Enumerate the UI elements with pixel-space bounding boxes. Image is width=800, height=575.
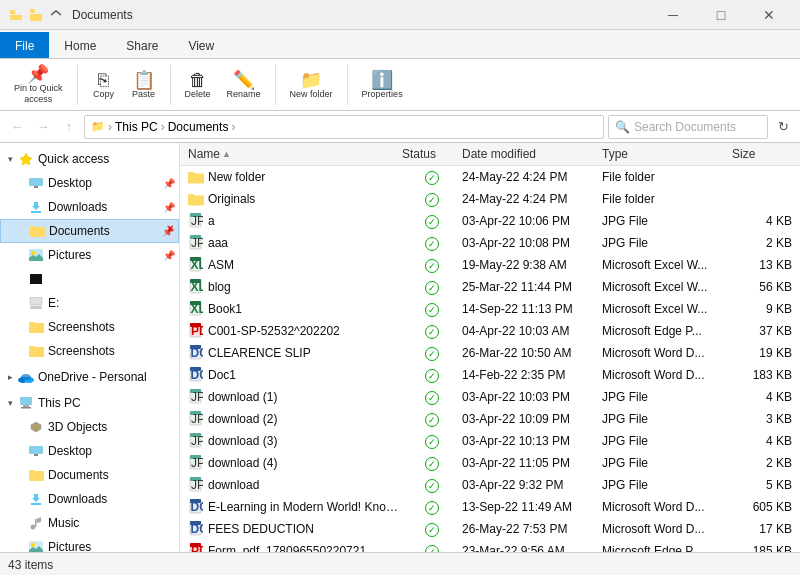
file-modified: 03-Apr-22 10:09 PM	[462, 412, 602, 426]
address-path[interactable]: 📁 › This PC › Documents ›	[84, 115, 604, 139]
col-header-size[interactable]: Size	[732, 147, 792, 161]
sidebar-item-downloads2[interactable]: Downloads	[0, 487, 179, 511]
table-row[interactable]: New folder ✓ 24-May-22 4:24 PM File fold…	[180, 166, 800, 188]
table-row[interactable]: DOC Doc1 ✓ 14-Feb-22 2:35 PM Microsoft W…	[180, 364, 800, 386]
ribbon-tabs: File Home Share View	[0, 30, 800, 58]
paste-btn[interactable]: 📋 Paste	[126, 63, 162, 107]
sidebar-item-screenshots1[interactable]: Screenshots	[0, 315, 179, 339]
pin-btn[interactable]: 📌 Pin to Quickaccess	[8, 63, 69, 107]
table-row[interactable]: XLS Book1 ✓ 14-Sep-22 11:13 PM Microsoft…	[180, 298, 800, 320]
file-name: download (4)	[208, 456, 277, 470]
file-icon: XLS	[188, 301, 204, 317]
file-modified: 24-May-22 4:24 PM	[462, 170, 602, 184]
table-row[interactable]: DOC E-Learning in Modern World! Know All…	[180, 496, 800, 518]
file-name: Form_pdf_178096550220721	[208, 544, 366, 552]
col-header-type[interactable]: Type	[602, 147, 732, 161]
svg-text:PDF: PDF	[191, 324, 203, 338]
file-type: Microsoft Word D...	[602, 522, 732, 536]
status-check: ✓	[425, 501, 439, 515]
table-row[interactable]: JPG download (3) ✓ 03-Apr-22 10:13 PM JP…	[180, 430, 800, 452]
file-icon: JPG	[188, 433, 204, 449]
col-header-modified[interactable]: Date modified	[462, 147, 602, 161]
sidebar-item-this-pc[interactable]: ▾ This PC	[0, 391, 179, 415]
newfolder-btn[interactable]: 📁 New folder	[284, 63, 339, 107]
col-header-name[interactable]: Name ▲	[188, 147, 402, 161]
sidebar-item-desktop[interactable]: Desktop 📌	[0, 171, 179, 195]
svg-text:DOC: DOC	[191, 522, 204, 536]
sidebar-item-onedrive[interactable]: ▸ OneDrive - Personal	[0, 365, 179, 389]
svg-rect-22	[35, 519, 37, 527]
table-row[interactable]: PDF C001-SP-52532^202202 ✓ 04-Apr-22 10:…	[180, 320, 800, 342]
status-check: ✓	[425, 479, 439, 493]
file-status: ✓	[402, 368, 462, 383]
sidebar-item-music[interactable]: Music	[0, 511, 179, 535]
ribbon-commands: 📌 Pin to Quickaccess ⎘ Copy 📋 Paste 🗑 De…	[0, 59, 800, 111]
tab-home[interactable]: Home	[49, 32, 111, 58]
file-type: Microsoft Edge P...	[602, 544, 732, 552]
table-row[interactable]: XLS blog ✓ 25-Mar-22 11:44 PM Microsoft …	[180, 276, 800, 298]
svg-rect-2	[30, 9, 35, 13]
table-row[interactable]: PDF Form_pdf_178096550220721 ✓ 23-Mar-22…	[180, 540, 800, 552]
sidebar-item-black1[interactable]	[0, 267, 179, 291]
table-row[interactable]: Originals ✓ 24-May-22 4:24 PM File folde…	[180, 188, 800, 210]
file-status: ✓	[402, 280, 462, 295]
divider-4	[347, 65, 348, 105]
table-row[interactable]: DOC CLEARENCE SLIP ✓ 26-Mar-22 10:50 AM …	[180, 342, 800, 364]
sidebar-item-downloads[interactable]: Downloads 📌	[0, 195, 179, 219]
main-layout: ▾ Quick access Desktop 📌 Downloads 📌 Doc	[0, 143, 800, 552]
file-name: Doc1	[208, 368, 236, 382]
file-size: 9 KB	[732, 302, 792, 316]
title-text: Documents	[72, 8, 133, 22]
file-status: ✓	[402, 236, 462, 251]
properties-label: Properties	[362, 89, 403, 99]
copy-btn[interactable]: ⎘ Copy	[86, 63, 122, 107]
file-size: 5 KB	[732, 478, 792, 492]
table-row[interactable]: XLS ASM ✓ 19-May-22 9:38 AM Microsoft Ex…	[180, 254, 800, 276]
sidebar-item-quick-access[interactable]: ▾ Quick access	[0, 147, 179, 171]
table-row[interactable]: JPG download (1) ✓ 03-Apr-22 10:03 PM JP…	[180, 386, 800, 408]
file-name: download (2)	[208, 412, 277, 426]
refresh-btn[interactable]: ↻	[772, 116, 794, 138]
col-header-status[interactable]: Status	[402, 147, 462, 161]
file-size: 3 KB	[732, 412, 792, 426]
svg-text:JPG: JPG	[191, 390, 203, 404]
title-bar: Documents ─ □ ✕	[0, 0, 800, 30]
sidebar-item-documents[interactable]: Documents 📌 ✕	[0, 219, 179, 243]
maximize-btn[interactable]: □	[698, 1, 744, 29]
table-row[interactable]: JPG download (4) ✓ 03-Apr-22 11:05 PM JP…	[180, 452, 800, 474]
sidebar-item-drive-e[interactable]: E:	[0, 291, 179, 315]
file-type: JPG File	[602, 236, 732, 250]
quick-access-label: Quick access	[38, 152, 175, 166]
back-btn[interactable]: ←	[6, 116, 28, 138]
svg-text:PDF: PDF	[191, 544, 203, 552]
sidebar-item-desktop2[interactable]: Desktop	[0, 439, 179, 463]
svg-rect-16	[23, 405, 29, 407]
close-btn[interactable]: ✕	[746, 1, 792, 29]
desktop2-label: Desktop	[48, 444, 175, 458]
svg-rect-20	[31, 503, 41, 505]
tab-file[interactable]: File	[0, 32, 49, 58]
up-btn[interactable]: ↑	[58, 116, 80, 138]
table-row[interactable]: JPG download ✓ 03-Apr-22 9:32 PM JPG Fil…	[180, 474, 800, 496]
sidebar-item-documents2[interactable]: Documents	[0, 463, 179, 487]
file-list-header: Name ▲ Status Date modified Type Size	[180, 143, 800, 166]
tab-share[interactable]: Share	[111, 32, 173, 58]
sidebar-item-pictures2[interactable]: Pictures	[0, 535, 179, 552]
table-row[interactable]: JPG a ✓ 03-Apr-22 10:06 PM JPG File 4 KB	[180, 210, 800, 232]
downloads-pin: 📌	[163, 202, 175, 213]
table-row[interactable]: JPG download (2) ✓ 03-Apr-22 10:09 PM JP…	[180, 408, 800, 430]
sidebar-item-pictures[interactable]: Pictures 📌	[0, 243, 179, 267]
search-box[interactable]: 🔍 Search Documents	[608, 115, 768, 139]
tab-view[interactable]: View	[173, 32, 229, 58]
table-row[interactable]: DOC FEES DEDUCTION ✓ 26-May-22 7:53 PM M…	[180, 518, 800, 540]
sidebar-item-3dobjects[interactable]: 3D Objects	[0, 415, 179, 439]
sidebar-item-screenshots2[interactable]: Screenshots	[0, 339, 179, 363]
file-type: JPG File	[602, 456, 732, 470]
minimize-btn[interactable]: ─	[650, 1, 696, 29]
delete-btn[interactable]: 🗑 Delete	[179, 63, 217, 107]
table-row[interactable]: JPG aaa ✓ 03-Apr-22 10:08 PM JPG File 2 …	[180, 232, 800, 254]
file-size: 2 KB	[732, 456, 792, 470]
rename-btn[interactable]: ✏️ Rename	[221, 63, 267, 107]
properties-btn[interactable]: ℹ️ Properties	[356, 63, 409, 107]
forward-btn[interactable]: →	[32, 116, 54, 138]
